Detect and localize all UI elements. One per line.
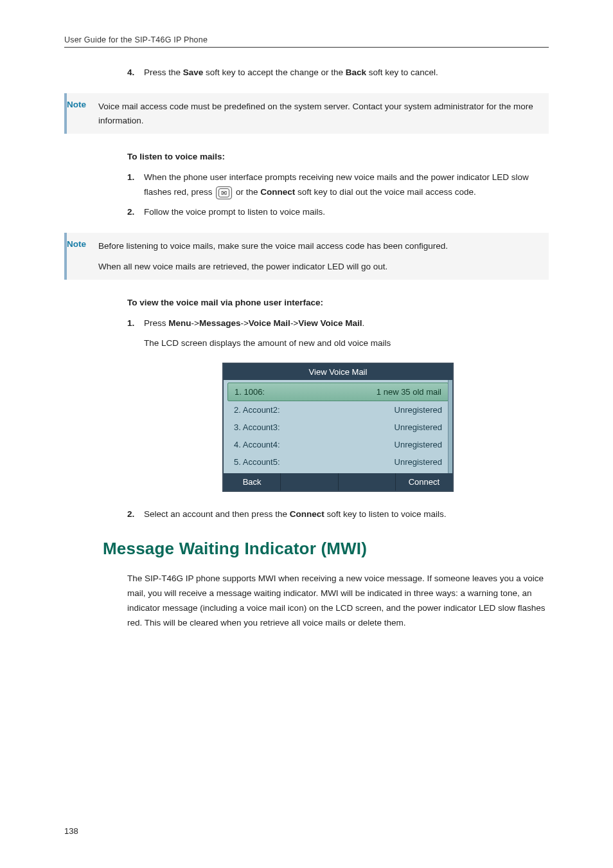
text-post: soft key to listen to voice mails. bbox=[324, 509, 447, 519]
note-text-2: When all new voice mails are retrieved, … bbox=[98, 260, 448, 274]
step-text: Follow the voice prompt to listen to voi… bbox=[144, 205, 549, 220]
header-rule bbox=[64, 47, 549, 48]
step-number: 2. bbox=[127, 205, 144, 220]
view-step-1: 1. Press Menu->Messages->Voice Mail->Vie… bbox=[127, 316, 549, 331]
lcd-account-row[interactable]: 5. Account5:Unregistered bbox=[227, 453, 449, 471]
lcd-frame: View Voice Mail 1. 1006:1 new 35 old mai… bbox=[222, 363, 454, 492]
note-box-1: Note Voice mail access code must be pred… bbox=[64, 93, 549, 134]
step-text: Press the Save soft key to accept the ch… bbox=[144, 66, 549, 80]
view-step-1-after: The LCD screen displays the amount of ne… bbox=[144, 336, 549, 351]
text-mid: soft key to accept the change or the bbox=[203, 68, 345, 77]
note-text: Voice mail access code must be predefine… bbox=[98, 100, 536, 127]
text-mid: or the bbox=[233, 187, 260, 197]
phone-lcd-screenshot: View Voice Mail 1. 1006:1 new 35 old mai… bbox=[222, 363, 454, 492]
note-label: Note bbox=[67, 233, 96, 255]
step-text: When the phone user interface prompts re… bbox=[144, 170, 549, 200]
softkey-empty: . bbox=[339, 473, 396, 491]
menu-path-voicemail: Voice Mail bbox=[249, 318, 290, 328]
step-number: 2. bbox=[127, 507, 144, 522]
lcd-title: View Voice Mail bbox=[224, 364, 452, 380]
lcd-body-wrap: 1. 1006:1 new 35 old mail2. Account2:Unr… bbox=[224, 380, 452, 473]
arrow: -> bbox=[240, 318, 248, 328]
softkey-empty: . bbox=[281, 473, 338, 491]
listen-step-2: 2. Follow the voice prompt to listen to … bbox=[127, 205, 549, 220]
lcd-row-status: 1 new 35 old mail bbox=[377, 387, 441, 397]
text-pre: Press the bbox=[144, 68, 183, 77]
menu-path-view: View Voice Mail bbox=[298, 318, 362, 328]
arrow: -> bbox=[191, 318, 199, 328]
connect-softkey-name: Connect bbox=[290, 509, 324, 519]
note-box-2: Note Before listening to voice mails, ma… bbox=[64, 233, 549, 280]
view-heading: To view the voice mail via phone user in… bbox=[127, 298, 549, 307]
back-softkey-name: Back bbox=[346, 68, 366, 77]
lcd-row-label: 3. Account3: bbox=[234, 422, 280, 432]
message-button-icon: ✉ bbox=[216, 186, 232, 199]
view-step-2: 2. Select an account and then press the … bbox=[127, 507, 549, 522]
lcd-row-status: Unregistered bbox=[395, 422, 442, 432]
step-number: 1. bbox=[127, 170, 144, 200]
save-softkey-name: Save bbox=[183, 68, 204, 77]
lcd-softkey-bar: Back . . Connect bbox=[224, 473, 452, 491]
listen-heading: To listen to voice mails: bbox=[127, 152, 549, 161]
lcd-row-label: 1. 1006: bbox=[235, 387, 265, 397]
lcd-account-row[interactable]: 1. 1006:1 new 35 old mail bbox=[227, 383, 449, 401]
lcd-account-row[interactable]: 4. Account4:Unregistered bbox=[227, 436, 449, 453]
text-pre: Press bbox=[144, 318, 168, 328]
lcd-list: 1. 1006:1 new 35 old mail2. Account2:Unr… bbox=[224, 380, 452, 473]
step-number: 1. bbox=[127, 316, 144, 331]
step-number: 4. bbox=[127, 66, 144, 80]
note-label: Note bbox=[67, 93, 96, 116]
softkey-connect[interactable]: Connect bbox=[396, 473, 452, 491]
lcd-row-status: Unregistered bbox=[395, 405, 442, 415]
page-number: 138 bbox=[64, 826, 78, 836]
section-title-mwi: Message Waiting Indicator (MWI) bbox=[103, 539, 549, 559]
menu-path-messages: Messages bbox=[199, 318, 241, 328]
lcd-row-label: 4. Account4: bbox=[234, 440, 280, 449]
note-body: Before listening to voice mails, make su… bbox=[98, 233, 461, 280]
text-pre: Select an account and then press the bbox=[144, 509, 290, 519]
step-4: 4. Press the Save soft key to accept the… bbox=[127, 66, 549, 80]
connect-softkey-name: Connect bbox=[260, 187, 295, 197]
lcd-account-row[interactable]: 3. Account3:Unregistered bbox=[227, 419, 449, 436]
page: User Guide for the SIP-T46G IP Phone 4. … bbox=[0, 0, 613, 868]
step-text: Select an account and then press the Con… bbox=[144, 507, 549, 522]
step-text: Press Menu->Messages->Voice Mail->View V… bbox=[144, 316, 549, 331]
lcd-row-label: 2. Account2: bbox=[234, 405, 280, 415]
dot: . bbox=[362, 318, 365, 328]
menu-path-menu: Menu bbox=[168, 318, 191, 328]
softkey-back[interactable]: Back bbox=[224, 473, 281, 491]
listen-step-1: 1. When the phone user interface prompts… bbox=[127, 170, 549, 200]
arrow: -> bbox=[290, 318, 298, 328]
note-text-1: Before listening to voice mails, make su… bbox=[98, 239, 448, 253]
note-body: Voice mail access code must be predefine… bbox=[98, 93, 549, 134]
mwi-paragraph: The SIP-T46G IP phone supports MWI when … bbox=[127, 572, 549, 631]
lcd-row-status: Unregistered bbox=[395, 440, 442, 449]
lcd-scrollbar[interactable] bbox=[448, 380, 452, 473]
lcd-row-label: 5. Account5: bbox=[234, 457, 280, 467]
text-post: soft key to dial out the voice mail acce… bbox=[295, 187, 475, 197]
lcd-account-row[interactable]: 2. Account2:Unregistered bbox=[227, 401, 449, 419]
text-post: soft key to cancel. bbox=[366, 68, 438, 77]
main-content: 4. Press the Save soft key to accept the… bbox=[127, 66, 549, 80]
lcd-row-status: Unregistered bbox=[395, 457, 442, 467]
envelope-icon: ✉ bbox=[218, 188, 229, 197]
doc-header: User Guide for the SIP-T46G IP Phone bbox=[64, 35, 549, 44]
